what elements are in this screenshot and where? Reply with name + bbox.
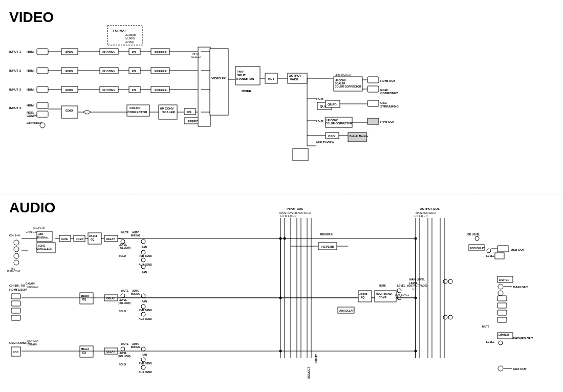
svg-rect-58 <box>37 102 48 108</box>
svg-point-159 <box>14 247 19 252</box>
svg-text:L  R    M    L  R   L  R: L R M L R L R <box>280 214 297 217</box>
svg-text:PinP: PinP <box>237 70 244 73</box>
svg-text:HDMI: HDMI <box>27 104 35 107</box>
svg-text:REVERB: REVERB <box>321 245 335 248</box>
svg-point-302 <box>475 236 479 241</box>
svg-text:D.GAIN: D.GAIN <box>28 343 37 346</box>
svg-rect-145 <box>293 148 308 161</box>
svg-text:I/P CONV: I/P CONV <box>160 107 174 110</box>
svg-rect-319 <box>497 310 507 315</box>
svg-rect-41 <box>37 86 48 93</box>
svg-text:I/P CONV: I/P CONV <box>102 70 115 73</box>
svg-text:KEY: KEY <box>268 77 274 80</box>
svg-text:HDMI: HDMI <box>27 69 35 72</box>
svg-text:FS: FS <box>132 89 136 92</box>
svg-text:MUTE: MUTE <box>482 325 490 328</box>
svg-text:RVB SEND: RVB SEND <box>139 254 152 257</box>
svg-point-268 <box>141 347 145 351</box>
svg-point-336 <box>415 237 417 240</box>
svg-text:VIDEO FX: VIDEO FX <box>211 77 226 80</box>
svg-text:USB DELAY: USB DELAY <box>470 247 485 250</box>
svg-text:MIXING: MIXING <box>131 234 140 237</box>
svg-text:TRANSITION: TRANSITION <box>235 77 254 80</box>
svg-text:SELECT: SELECT <box>307 366 310 379</box>
svg-text:PHANTOM: PHANTOM <box>7 270 20 273</box>
svg-text:EDID: EDID <box>66 70 73 73</box>
svg-text:INPUT 3: INPUT 3 <box>9 88 21 91</box>
svg-text:MIXING: MIXING <box>131 345 140 349</box>
svg-text:(OUTPUT FADE): (OUTPUT FADE) <box>407 284 427 287</box>
svg-text:3Band: 3Band <box>89 234 97 237</box>
svg-text:SIG/PEAK: SIG/PEAK <box>27 339 39 342</box>
svg-text:HDMI: HDMI <box>27 50 35 53</box>
svg-text:LEVEL: LEVEL <box>486 254 494 257</box>
svg-point-262 <box>121 347 125 351</box>
svg-text:SOLO: SOLO <box>119 363 126 366</box>
svg-text:3Band: 3Band <box>81 294 89 297</box>
svg-rect-228 <box>11 315 20 320</box>
svg-point-338 <box>415 350 417 353</box>
svg-text:I/P CONV: I/P CONV <box>102 51 115 54</box>
svg-text:REVERB: REVERB <box>320 233 333 236</box>
svg-text:OUTPUT: OUTPUT <box>289 74 301 77</box>
svg-point-326 <box>498 366 503 371</box>
svg-point-300 <box>448 315 452 319</box>
svg-point-237 <box>121 294 125 298</box>
svg-rect-307 <box>497 246 509 252</box>
svg-point-160 <box>14 253 19 258</box>
svg-text:OSD: OSD <box>328 135 335 138</box>
svg-point-337 <box>415 297 417 299</box>
svg-point-334 <box>279 297 282 299</box>
svg-text:AUX DELAY: AUX DELAY <box>339 309 354 312</box>
svg-text:AUX SEND: AUX SEND <box>139 263 152 266</box>
svg-text:L  R    L  R    L  R: L R L R L R <box>415 214 428 217</box>
svg-point-198 <box>141 258 145 262</box>
svg-rect-318 <box>497 303 507 308</box>
svg-point-299 <box>443 315 447 319</box>
svg-text:SPLIT: SPLIT <box>237 74 246 77</box>
svg-text:SIG/PEAK: SIG/PEAK <box>27 286 39 289</box>
svg-text:CANCELLER: CANCELLER <box>36 247 52 250</box>
svg-point-297 <box>443 279 447 284</box>
svg-point-305 <box>487 249 491 253</box>
svg-text:L    R: L R <box>413 287 417 290</box>
svg-text:HDMI OUT: HDMI OUT <box>380 79 396 82</box>
svg-text:STREAMING: STREAMING <box>380 105 399 108</box>
svg-rect-61 <box>37 111 48 117</box>
svg-text:COMP: COMP <box>76 237 84 241</box>
svg-text:≥1080i: ≥1080i <box>125 37 135 40</box>
svg-marker-68 <box>83 110 91 114</box>
svg-text:USB LEVEL: USB LEVEL <box>466 233 480 236</box>
svg-point-63 <box>40 123 45 128</box>
svg-text:SOLO: SOLO <box>119 254 126 257</box>
diagram: VIDEO AUDIO text { font-family: Arial, H… <box>0 0 563 392</box>
svg-text:MUTE: MUTE <box>121 342 129 345</box>
svg-text:MIXING: MIXING <box>131 292 140 295</box>
svg-text:DELAY: DELAY <box>106 350 115 353</box>
svg-text:≥1080p: ≥1080p <box>125 33 136 36</box>
svg-text:LEVEL: LEVEL <box>486 340 494 343</box>
svg-text:(FOLLOW): (FOLLOW) <box>118 301 131 304</box>
svg-rect-140 <box>367 118 379 124</box>
svg-text:EQ: EQ <box>82 351 86 354</box>
svg-text:HDMI 1/2/3/4: HDMI 1/2/3/4 <box>9 288 28 291</box>
svg-text:MUTE: MUTE <box>379 284 386 287</box>
svg-text:GATE: GATE <box>61 237 68 241</box>
svg-text:INPUT: INPUT <box>315 354 318 363</box>
svg-text:EQ: EQ <box>361 296 364 299</box>
svg-point-272 <box>141 365 145 369</box>
svg-rect-0 <box>107 26 142 45</box>
svg-text:USB OUT: USB OUT <box>511 248 525 251</box>
svg-text:MAIN OUT: MAIN OUT <box>513 286 528 289</box>
svg-text:INPUT 2: INPUT 2 <box>9 69 21 72</box>
svg-text:FS: FS <box>132 51 136 54</box>
svg-text:DELAY: DELAY <box>106 297 115 300</box>
svg-text:LIMITER: LIMITER <box>499 333 509 336</box>
svg-text:AUX OUT: AUX OUT <box>513 367 527 371</box>
svg-point-288 <box>397 289 401 293</box>
svg-text:AUX LEVEL: AUX LEVEL <box>395 293 409 296</box>
svg-text:OUTPUT BUS: OUTPUT BUS <box>420 207 440 210</box>
signal-flow-svg: text { font-family: Arial, Helvetica, sa… <box>0 0 563 392</box>
svg-text:PHONES OUT: PHONES OUT <box>513 337 533 340</box>
svg-text:HDMI: HDMI <box>27 88 35 91</box>
